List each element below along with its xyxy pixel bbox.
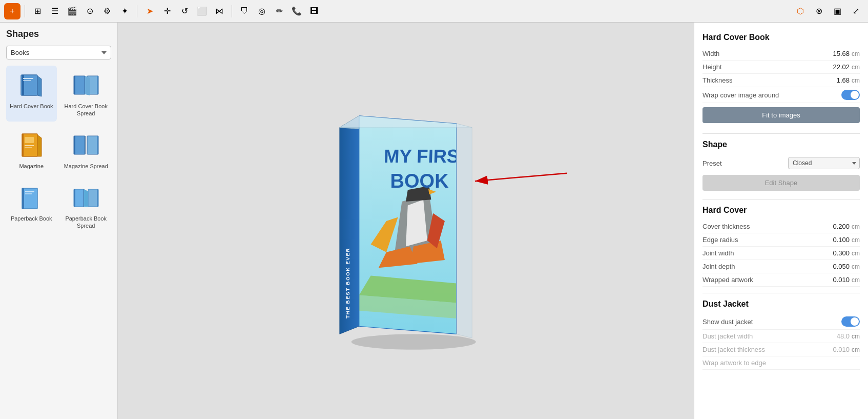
preset-dropdown[interactable]: Closed Open Half Open	[788, 157, 860, 169]
cursor-icon[interactable]: ➤	[141, 3, 158, 19]
wrap-cover-row: Wrap cover image around	[702, 87, 860, 103]
svg-rect-24	[25, 191, 34, 192]
show-dust-jacket-toggle[interactable]	[841, 316, 860, 327]
sidebar-title: Shapes	[6, 29, 111, 39]
shape-section-title: Shape	[702, 140, 860, 149]
hard-cover-book-spread-icon	[71, 70, 101, 101]
box3d-icon[interactable]: ⬡	[792, 3, 809, 19]
thickness-row: Thickness 1.68 cm	[702, 74, 860, 87]
divider-3	[702, 293, 860, 293]
anchor-icon[interactable]: ⋈	[211, 3, 228, 19]
rotate3d-icon[interactable]: ⛉	[236, 3, 253, 19]
svg-rect-2	[23, 78, 33, 79]
3d-tools: ⛉ ◎ ✏ 📞 🎞	[236, 3, 322, 19]
dust-jacket-thickness-label: Dust jacket thickness	[702, 346, 765, 353]
fit-to-images-button[interactable]: Fit to images	[702, 107, 860, 123]
wrap-cover-label: Wrap cover image around	[702, 91, 779, 99]
move-icon[interactable]: ✛	[159, 3, 175, 19]
separator-1	[25, 5, 25, 17]
window-icon[interactable]: ▣	[829, 3, 845, 19]
pen-icon[interactable]: ✏	[271, 3, 287, 19]
svg-rect-3	[23, 80, 31, 81]
wrap-artwork-edge-row: Wrap artwork to edge	[702, 356, 860, 370]
svg-rect-27	[74, 189, 75, 207]
panel-main-title: Hard Cover Book	[702, 33, 860, 42]
preset-dropdown-container: Closed Open Half Open	[722, 157, 860, 169]
frame-icon[interactable]: ⬜	[194, 3, 210, 19]
rotate-icon[interactable]: ↺	[176, 3, 193, 19]
svg-rect-29	[97, 189, 98, 207]
joint-width-value: 0.300 cm	[833, 249, 860, 257]
target-icon[interactable]: ◎	[254, 3, 270, 19]
shape-item-paperback-book-spread[interactable]: Paperback Book Spread	[61, 178, 112, 234]
svg-marker-10	[85, 76, 90, 95]
svg-marker-53	[457, 124, 472, 338]
svg-rect-51	[359, 115, 461, 334]
dust-jacket-width-value: 48.0 cm	[837, 332, 860, 340]
dust-jacket-width-row: Dust jacket width 48.0 cm	[702, 330, 860, 343]
divider-2	[702, 199, 860, 199]
camera-icon[interactable]: 🎬	[64, 3, 80, 19]
svg-rect-25	[25, 193, 32, 194]
crop-icon[interactable]: ⊙	[81, 3, 98, 19]
hard-cover-book-label: Hard Cover Book	[10, 103, 53, 110]
svg-rect-18	[74, 136, 75, 154]
toolbar: + ⊞ ☰ 🎬 ⊙ ⚙ ✦ ➤ ✛ ↺ ⬜ ⋈ ⛉ ◎ ✏ 📞 🎞 ⬡ ⊗ ▣ …	[0, 0, 868, 23]
phone-icon[interactable]: 📞	[288, 3, 305, 19]
category-dropdown[interactable]: Books	[6, 46, 111, 59]
width-value: 15.68 cm	[833, 50, 860, 57]
height-label: Height	[702, 63, 722, 71]
paperback-book-label: Paperback Book	[11, 215, 52, 222]
dust-jacket-section-title: Dust Jacket	[702, 300, 860, 309]
edit-tools: ➤ ✛ ↺ ⬜ ⋈	[141, 3, 228, 19]
svg-rect-20	[97, 136, 98, 154]
preset-row: Preset Closed Open Half Open	[702, 154, 860, 172]
svg-marker-31	[84, 189, 88, 207]
joint-depth-value: 0.050 cm	[833, 263, 860, 270]
dust-jacket-thickness-row: Dust jacket thickness 0.010 cm	[702, 343, 860, 356]
paperback-book-spread-icon	[71, 182, 101, 213]
wrapped-artwork-label: Wrapped artwork	[702, 276, 753, 284]
canvas-area[interactable]: THE BEST BOOK EVER	[118, 23, 694, 419]
paperback-book-icon	[16, 182, 47, 213]
grid-icon[interactable]: ⊞	[29, 3, 46, 19]
add-button[interactable]: +	[4, 3, 20, 19]
wrapped-artwork-value: 0.010 cm	[833, 276, 860, 284]
svg-text:THE BEST BOOK EVER: THE BEST BOOK EVER	[345, 247, 350, 318]
height-value: 22.02 cm	[833, 63, 860, 71]
edit-shape-button: Edit Shape	[702, 175, 860, 191]
joint-width-label: Joint width	[702, 249, 734, 257]
wrap-cover-toggle[interactable]	[841, 90, 860, 100]
hard-cover-book-icon	[16, 70, 47, 101]
preset-label: Preset	[702, 159, 722, 167]
maximize-icon[interactable]: ⤢	[848, 3, 864, 19]
shapes-sidebar: Shapes Books Hard Cover Book	[0, 23, 118, 419]
show-dust-jacket-row: Show dust jacket	[702, 314, 860, 330]
svg-rect-6	[74, 76, 75, 94]
shape-item-hard-cover-book-spread[interactable]: Hard Cover Book Spread	[61, 66, 112, 122]
shape-item-magazine-spread[interactable]: Magazine Spread	[61, 126, 112, 174]
show-dust-jacket-label: Show dust jacket	[702, 318, 753, 326]
joint-width-row: Joint width 0.300 cm	[702, 247, 860, 260]
joint-depth-row: Joint depth 0.050 cm	[702, 260, 860, 273]
svg-rect-15	[25, 147, 32, 148]
width-label: Width	[702, 50, 719, 57]
settings-icon[interactable]: ⚙	[99, 3, 115, 19]
shape-item-hard-cover-book[interactable]: Hard Cover Book	[6, 66, 57, 122]
paperback-book-spread-label: Paperback Book Spread	[63, 215, 110, 230]
film-icon[interactable]: 🎞	[306, 3, 322, 19]
width-row: Width 15.68 cm	[702, 47, 860, 61]
svg-point-33	[352, 334, 476, 349]
shape-item-magazine[interactable]: Magazine	[6, 126, 57, 174]
close-circle-icon[interactable]: ⊗	[811, 3, 827, 19]
hard-cover-book-spread-label: Hard Cover Book Spread	[63, 103, 110, 117]
edge-radius-value: 0.100 cm	[833, 236, 860, 244]
svg-rect-17	[74, 136, 85, 154]
cover-thickness-row: Cover thickness 0.200 cm	[702, 220, 860, 233]
menu-icon[interactable]: ☰	[47, 3, 63, 19]
shapes-grid: Hard Cover Book Hard Cover Book Spread	[6, 66, 111, 233]
svg-marker-54	[340, 115, 472, 127]
shape-item-paperback-book[interactable]: Paperback Book	[6, 178, 57, 234]
svg-rect-8	[97, 76, 98, 94]
sun-icon[interactable]: ✦	[116, 3, 133, 19]
